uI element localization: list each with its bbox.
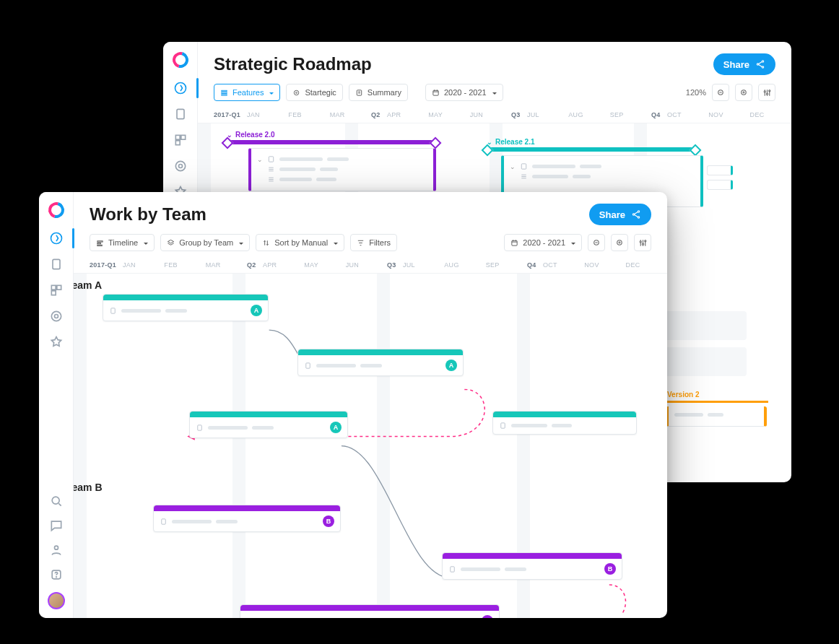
zoom-in-button[interactable] (735, 84, 752, 101)
settings-button[interactable] (758, 84, 775, 101)
doc-icon (246, 617, 254, 619)
svg-point-46 (644, 240, 645, 241)
help-icon[interactable] (49, 567, 64, 582)
svg-rect-50 (501, 423, 505, 428)
sortby-dropdown[interactable]: Sort by Manual (256, 234, 344, 251)
share-button[interactable]: Share (713, 53, 775, 75)
release-stub[interactable] (707, 180, 733, 190)
section-team-b: Team B (74, 482, 103, 493)
features-dropdown[interactable]: Features (214, 84, 280, 101)
svg-rect-41 (512, 240, 517, 245)
svg-point-44 (640, 240, 641, 242)
release-2-0-details[interactable]: ⌄ (248, 148, 436, 191)
share-icon (631, 209, 641, 219)
svg-point-34 (56, 577, 56, 578)
zoom-out-button[interactable] (712, 84, 729, 101)
chat-icon[interactable] (49, 518, 64, 533)
svg-rect-28 (51, 291, 56, 295)
filters-button[interactable]: Filters (350, 234, 397, 251)
nav-docs-icon[interactable] (49, 257, 64, 271)
doc-icon (448, 565, 456, 573)
settings-button[interactable] (634, 234, 651, 251)
date-range-picker[interactable]: 2020 - 2021 (504, 234, 582, 251)
nav-goals-icon[interactable] (49, 309, 64, 323)
svg-point-19 (764, 90, 765, 92)
user-avatar[interactable] (48, 592, 65, 609)
task-card[interactable] (492, 411, 637, 435)
task-card[interactable]: A (297, 349, 464, 376)
share-icon (755, 59, 765, 69)
zoom-level: 120% (686, 88, 706, 97)
nav-roadmap-icon[interactable] (173, 81, 188, 95)
strategic-filter[interactable]: Startegic (286, 84, 342, 101)
nav-docs-icon[interactable] (173, 107, 188, 121)
release-2-1[interactable]: ⌄Release 2.1 (487, 138, 696, 152)
zoom-in-button[interactable] (611, 234, 628, 251)
svg-rect-47 (111, 308, 116, 313)
chevron-down-icon (144, 238, 148, 247)
summary-filter[interactable]: Summary (349, 84, 408, 101)
page-title: Work by Team (90, 204, 207, 225)
task-card[interactable]: B (153, 505, 341, 532)
task-card[interactable]: B (240, 604, 500, 618)
svg-point-6 (178, 165, 182, 168)
toolbar: Features Startegic Summary 2020 - 2021 1… (198, 79, 791, 108)
svg-rect-16 (433, 90, 438, 95)
share-button[interactable]: Share (589, 204, 651, 225)
doc-icon (196, 424, 204, 432)
nav-goals-icon[interactable] (173, 159, 188, 173)
svg-point-45 (642, 243, 643, 245)
target-icon (292, 89, 300, 97)
list-icon (220, 89, 228, 97)
nav-favorites-icon[interactable] (49, 335, 64, 349)
svg-rect-11 (222, 92, 227, 93)
svg-point-9 (762, 66, 763, 68)
svg-rect-52 (451, 566, 455, 571)
search-icon[interactable] (49, 494, 64, 508)
svg-rect-26 (51, 285, 56, 290)
nav-boards-icon[interactable] (173, 133, 188, 147)
svg-point-14 (296, 92, 297, 93)
page-title: Strategic Roadmap (214, 54, 372, 74)
svg-point-7 (762, 61, 763, 62)
svg-point-36 (632, 214, 634, 215)
svg-rect-39 (97, 243, 101, 243)
release-2-0[interactable]: ⌄Release 2.0 (227, 131, 436, 144)
filter-icon (357, 239, 365, 247)
toolbar: Timeline Group by Team Sort by Manual Fi… (74, 230, 667, 258)
version-2-bar[interactable] (660, 401, 768, 403)
task-card[interactable]: A (189, 411, 348, 438)
timeline-view-toggle[interactable]: Timeline (90, 234, 155, 251)
svg-rect-10 (222, 90, 227, 91)
version-2-label: Version 2 (667, 391, 699, 399)
svg-rect-38 (97, 240, 103, 241)
section-team-a: Team A (74, 279, 102, 291)
svg-rect-51 (162, 518, 166, 523)
release-stub[interactable] (707, 165, 733, 175)
user-icon[interactable] (49, 543, 64, 557)
svg-rect-3 (181, 135, 185, 139)
timeline-header: 2017-Q1 JAN FEB MAR Q2 APR MAY JUN Q3 JU… (198, 108, 791, 123)
team-badge: B (604, 563, 616, 575)
timeline-body: Team A A A (74, 274, 667, 618)
work-by-team-window: Work by Team Share Timeline Group by Tea… (39, 192, 667, 618)
zoom-out-button[interactable] (588, 234, 605, 251)
sidebar (39, 192, 74, 618)
svg-point-5 (175, 161, 185, 170)
svg-point-0 (175, 83, 186, 94)
nav-roadmap-icon[interactable] (49, 231, 64, 245)
svg-point-30 (54, 315, 58, 318)
date-range-picker[interactable]: 2020 - 2021 (425, 84, 503, 101)
version-2-details[interactable] (666, 406, 767, 427)
svg-rect-49 (198, 425, 202, 430)
app-logo (48, 202, 64, 218)
block-placeholder (660, 347, 747, 376)
nav-boards-icon[interactable] (49, 283, 64, 297)
groupby-dropdown[interactable]: Group by Team (160, 234, 250, 251)
doc-icon (499, 422, 507, 430)
timeline-header: 2017-Q1 JAN FEB MAR Q2 APR MAY JUN Q3 JU… (74, 258, 667, 274)
svg-point-21 (768, 90, 770, 91)
task-card[interactable]: B (442, 552, 622, 580)
team-badge: A (251, 305, 262, 316)
task-card[interactable]: A (103, 294, 269, 321)
